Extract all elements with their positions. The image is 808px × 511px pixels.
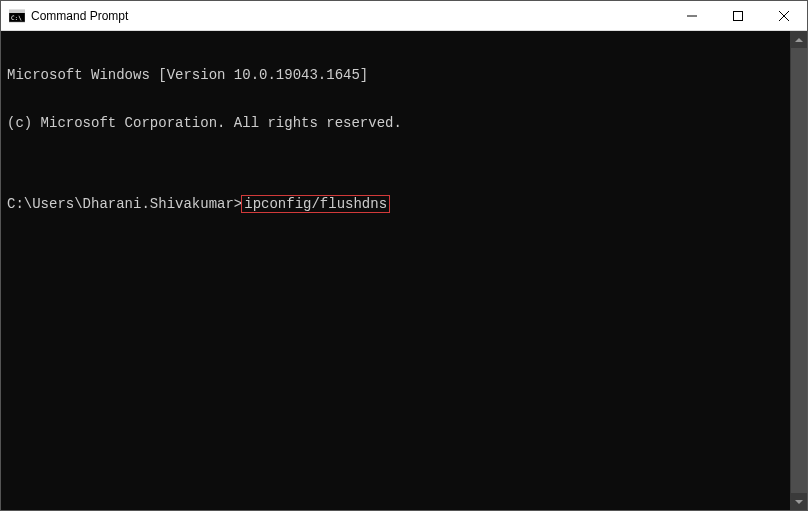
- terminal-area: Microsoft Windows [Version 10.0.19043.16…: [1, 31, 807, 510]
- minimize-button[interactable]: [669, 1, 715, 30]
- svg-rect-1: [9, 10, 25, 13]
- svg-text:C:\: C:\: [11, 14, 22, 21]
- terminal-prompt-line: C:\Users\Dharani.Shivakumar>ipconfig/flu…: [7, 195, 784, 213]
- command-prompt-window: C:\ Command Prompt Microsoft Windows [Ve…: [0, 0, 808, 511]
- terminal-prompt: C:\Users\Dharani.Shivakumar>: [7, 196, 242, 212]
- svg-marker-8: [795, 500, 803, 504]
- terminal-output-line: Microsoft Windows [Version 10.0.19043.16…: [7, 67, 784, 83]
- scrollbar-track[interactable]: [791, 48, 807, 493]
- scrollbar-up-button[interactable]: [791, 31, 807, 48]
- maximize-button[interactable]: [715, 1, 761, 30]
- svg-marker-7: [795, 38, 803, 42]
- scrollbar-down-button[interactable]: [791, 493, 807, 510]
- terminal-output-line: (c) Microsoft Corporation. All rights re…: [7, 115, 784, 131]
- terminal-content[interactable]: Microsoft Windows [Version 10.0.19043.16…: [1, 31, 790, 510]
- svg-rect-4: [734, 11, 743, 20]
- scrollbar-thumb[interactable]: [791, 48, 807, 493]
- vertical-scrollbar[interactable]: [790, 31, 807, 510]
- close-button[interactable]: [761, 1, 807, 30]
- app-icon: C:\: [9, 8, 25, 24]
- terminal-command-highlighted: ipconfig/flushdns: [241, 195, 390, 213]
- titlebar[interactable]: C:\ Command Prompt: [1, 1, 807, 31]
- window-title: Command Prompt: [31, 9, 669, 23]
- window-controls: [669, 1, 807, 30]
